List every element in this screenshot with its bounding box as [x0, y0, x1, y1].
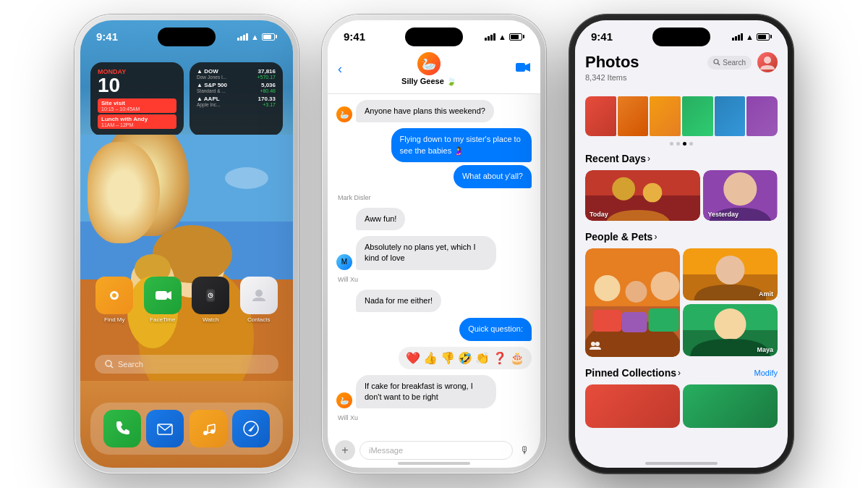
svg-point-39 — [612, 177, 635, 201]
indicator-2 — [676, 142, 680, 146]
svg-point-12 — [112, 293, 116, 298]
people-card-maya[interactable]: Maya — [683, 304, 778, 356]
msg-row-cake-1: 🦢 If cake for breakfast is wrong, I don'… — [336, 375, 532, 409]
cal-event-2: Lunch with Andy 11AM – 12PM — [98, 114, 176, 129]
battery-icon-3 — [757, 33, 772, 41]
people-icon — [590, 340, 601, 354]
recent-days-header: Recent Days › — [585, 153, 778, 164]
dock-phone[interactable] — [103, 410, 141, 447]
profile-avatar[interactable] — [757, 52, 778, 72]
strip-3 — [650, 96, 681, 136]
recent-days-title-group: Recent Days › — [585, 153, 650, 164]
imessage-placeholder: iMessage — [369, 446, 403, 455]
video-call-button[interactable] — [516, 62, 530, 77]
svg-point-45 — [595, 275, 621, 301]
svg-point-55 — [716, 256, 745, 285]
msg-row-mark-1: Aww fun! — [336, 208, 532, 230]
avatar-1: 🦢 — [336, 106, 352, 122]
pinned-grid — [585, 384, 778, 428]
people-card-large[interactable] — [585, 248, 680, 357]
signal-icon — [237, 33, 248, 41]
dock-safari[interactable] — [232, 410, 270, 447]
svg-point-52 — [595, 342, 600, 346]
avatar-cake: 🦢 — [336, 392, 352, 408]
home-indicator-3 — [645, 462, 718, 465]
msg-bubble-3: What about y'all? — [454, 165, 532, 188]
svg-rect-50 — [649, 308, 679, 332]
photos-search-button[interactable]: Search — [707, 56, 752, 70]
people-pets-header: People & Pets › — [585, 231, 778, 243]
msg-bubble-6: Nada for me either! — [356, 290, 441, 312]
svg-point-47 — [651, 272, 680, 300]
svg-point-40 — [643, 183, 663, 203]
strip-1 — [585, 96, 616, 136]
status-icons-3: ▲ — [732, 33, 772, 41]
stocks-widget[interactable]: ▲ DOW Dow Jones I... 37,816 +570.17 — [190, 62, 283, 136]
pinned-collections-header: Pinned Collections › Modify — [585, 367, 778, 379]
stock-sp500: ▲ S&P 500 Standard & ... 5,036 +80.48 — [197, 82, 276, 93]
dynamic-island-3 — [652, 28, 710, 46]
sender-will: Will Xu — [338, 276, 532, 283]
status-icons-2: ▲ — [485, 33, 524, 41]
svg-point-36 — [764, 56, 771, 64]
app-watch[interactable]: Watch — [192, 277, 229, 323]
msg-bubble-5: Absolutely no plans yet, which I kind of… — [356, 236, 496, 270]
message-input-bar: + iMessage 🎙 — [335, 440, 533, 460]
svg-marker-31 — [248, 424, 256, 432]
yesterday-label: Yesterday — [707, 211, 739, 218]
svg-rect-49 — [622, 312, 647, 332]
people-pets-chevron: › — [654, 232, 657, 242]
app-row-1: Find My FaceTime Watch — [90, 277, 283, 323]
home-screen: 9:41 ▲ — [80, 20, 293, 468]
message-input[interactable]: iMessage — [359, 441, 513, 460]
svg-point-9 — [225, 167, 268, 189]
pinned-title: Pinned Collections — [585, 367, 676, 379]
add-button[interactable]: + — [335, 440, 355, 460]
svg-point-58 — [715, 308, 746, 340]
pinned-modify[interactable]: Modify — [754, 369, 778, 377]
app-contacts[interactable]: Contacts — [240, 277, 278, 323]
back-button[interactable]: ‹ — [338, 62, 342, 77]
mic-button[interactable]: 🎙 — [517, 445, 533, 456]
msg-bubble-4: Aww fun! — [356, 208, 405, 230]
maya-name: Maya — [757, 346, 773, 353]
app-find-my[interactable]: Find My — [95, 277, 133, 323]
strip-2 — [618, 96, 649, 136]
people-pets-grid: Amit — [585, 248, 778, 357]
recent-day-yesterday[interactable]: Yesterday — [703, 170, 778, 221]
svg-point-24 — [203, 431, 208, 435]
pinned-card-1[interactable] — [585, 384, 680, 428]
photos-background: 9:41 ▲ — [575, 20, 788, 468]
indicator-3 — [683, 142, 686, 146]
phones-container: 9:41 ▲ — [60, 0, 808, 488]
dock-mail[interactable] — [146, 410, 184, 447]
people-card-amit[interactable]: Amit — [683, 248, 778, 300]
indicator-4 — [689, 142, 693, 146]
battery-icon-2 — [509, 33, 524, 41]
recent-day-today[interactable]: Today — [585, 170, 700, 221]
recent-days-grid: Today Yesterday — [585, 170, 778, 221]
svg-rect-13 — [156, 291, 167, 300]
app-facetime[interactable]: FaceTime — [144, 277, 182, 323]
photos-strip — [585, 96, 778, 136]
dock-music[interactable] — [190, 410, 227, 447]
calendar-widget[interactable]: Monday 10 Site visit 10:15 – 10:45AM Lun… — [90, 62, 184, 136]
time-display-3: 9:41 — [591, 30, 613, 43]
pinned-card-2[interactable] — [683, 384, 778, 428]
msg-row-1: 🦢 Anyone have plans this weekend? — [336, 100, 532, 122]
svg-marker-33 — [525, 63, 530, 72]
svg-point-21 — [106, 361, 111, 366]
people-pets-title: People & Pets — [585, 231, 652, 243]
today-label: Today — [590, 211, 608, 218]
wifi-icon-3: ▲ — [746, 33, 754, 41]
msg-bubble-8: If cake for breakfast is wrong, I don't … — [356, 375, 496, 409]
search-bar[interactable]: Search — [95, 355, 278, 374]
amit-name: Amit — [759, 290, 773, 298]
cal-date: 10 — [98, 75, 176, 96]
time-display: 9:41 — [96, 30, 118, 43]
photos-screen: 9:41 ▲ — [575, 20, 788, 468]
svg-point-20 — [255, 290, 263, 297]
strip-indicators — [585, 142, 778, 146]
home-indicator — [398, 462, 470, 465]
strip-5 — [715, 96, 746, 136]
